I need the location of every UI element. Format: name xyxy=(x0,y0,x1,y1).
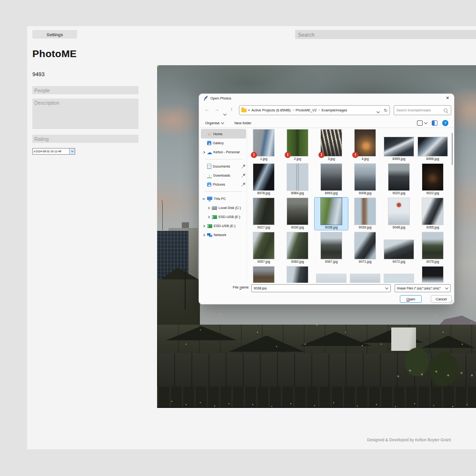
file-item-9072.jpg[interactable]: 9072.jpg xyxy=(382,232,416,264)
file-thumbnail xyxy=(253,267,274,283)
file-thumbnail xyxy=(355,164,376,190)
view-mode-button[interactable] xyxy=(417,120,427,126)
file-thumbnail xyxy=(388,164,409,190)
breadcrumb-segment[interactable]: ExampleImages xyxy=(322,108,347,112)
file-item-partial[interactable] xyxy=(348,266,382,283)
people-field[interactable] xyxy=(32,86,139,94)
file-item-8978.jpg[interactable]: 8978.jpg xyxy=(247,163,280,196)
file-thumbnail xyxy=(253,232,274,259)
open-button[interactable]: Open xyxy=(400,295,422,303)
rating-field[interactable] xyxy=(32,135,139,143)
sidebar-item-downloads[interactable]: ↓Downloads xyxy=(201,171,246,180)
file-item-9067.jpg[interactable]: 9067.jpg xyxy=(315,232,348,264)
address-bar[interactable]: « Active Projects (6.85MB)›PhotoME_V2›Ex… xyxy=(239,105,390,115)
file-thumbnail xyxy=(384,137,414,156)
file-item-partial[interactable] xyxy=(315,266,348,283)
sidebar-item-this-pc[interactable]: This PC xyxy=(201,194,246,203)
new-folder-button[interactable]: New folder xyxy=(234,121,251,125)
file-item-2.jpg[interactable]: !2.jpg xyxy=(281,129,314,161)
description-field[interactable] xyxy=(32,99,139,129)
network-icon xyxy=(207,233,210,236)
sidebar-item-network[interactable]: Network xyxy=(201,230,246,239)
chevron-right-icon[interactable] xyxy=(202,234,206,236)
file-thumbnail xyxy=(321,232,342,259)
onedrive-cloud-icon: ☁ xyxy=(207,150,212,155)
file-thumbnail xyxy=(388,198,409,225)
file-item-partial[interactable] xyxy=(382,266,416,283)
file-item-9060.jpg[interactable]: 9060.jpg xyxy=(281,232,314,264)
dialog-toolbar: Organise New folder ? xyxy=(199,119,454,128)
file-thumbnail xyxy=(321,198,342,225)
breadcrumb-segment[interactable]: PhotoME_V2 xyxy=(296,108,317,112)
select-dropdown-button[interactable] xyxy=(69,149,75,154)
organise-button[interactable]: Organise xyxy=(205,121,224,125)
python-feather-icon xyxy=(204,96,208,101)
sidebar-item-local-disk-c-[interactable]: Local Disk (C:) xyxy=(201,203,246,212)
file-item-partial[interactable] xyxy=(416,266,449,283)
file-item-9020.jpg[interactable]: 9020.jpg xyxy=(382,163,416,196)
chevron-down-icon[interactable] xyxy=(202,198,206,199)
sidebar-item-kelton-personal[interactable]: ☁Kelton - Personal xyxy=(201,148,246,157)
chevron-right-icon[interactable] xyxy=(207,207,210,209)
photo-town xyxy=(157,387,476,408)
file-item-4.jpg[interactable]: !4.jpg xyxy=(348,129,382,161)
file-name-input[interactable] xyxy=(252,286,386,290)
chevron-down-icon xyxy=(221,121,224,124)
date-taken-select[interactable]: b'2024:08:02 20:12:48' xyxy=(32,148,75,155)
refresh-icon[interactable]: ↻ xyxy=(384,108,387,113)
file-item-partial[interactable] xyxy=(281,266,314,283)
file-item-9048.jpg[interactable]: 9048.jpg xyxy=(382,198,416,230)
file-item-1.jpg[interactable]: !1.jpg xyxy=(247,129,280,161)
file-item-8984.jpg[interactable]: 8984.jpg xyxy=(281,163,314,196)
file-item-8955.jpg[interactable]: 8955.jpg xyxy=(382,129,416,161)
chevron-right-icon[interactable] xyxy=(202,151,206,153)
back-icon[interactable]: ← xyxy=(205,107,209,112)
sidebar-item-documents[interactable]: Documents xyxy=(201,162,246,171)
file-item-9038.jpg[interactable]: 9038.jpg xyxy=(315,198,348,230)
file-item-partial[interactable] xyxy=(247,266,280,283)
chevron-right-icon[interactable] xyxy=(202,225,206,227)
sidebar-item-gallery[interactable]: Gallery xyxy=(201,139,246,148)
file-item-3.jpg[interactable]: !3.jpg xyxy=(315,129,348,161)
scrollbar[interactable] xyxy=(452,133,453,165)
cancel-button[interactable]: Cancel xyxy=(431,295,452,303)
sidebar-item-esd-usb-e-[interactable]: ESD-USB (E:) xyxy=(201,221,246,230)
dialog-search-input[interactable] xyxy=(394,108,444,112)
recent-locations-icon[interactable] xyxy=(224,109,226,117)
breadcrumb: Active Projects (6.85MB)›PhotoME_V2›Exam… xyxy=(251,108,377,112)
help-icon[interactable]: ? xyxy=(442,120,448,126)
file-grid: !1.jpg!2.jpg!3.jpg!4.jpg8955.jpg8956.jpg… xyxy=(247,129,450,283)
file-name-text: 9030.jpg xyxy=(291,225,304,230)
breadcrumb-segment[interactable]: Active Projects (6.85MB) xyxy=(251,108,291,112)
address-dropdown-icon[interactable] xyxy=(377,106,379,115)
sidebar-item-pictures[interactable]: Pictures xyxy=(201,180,246,189)
file-name-text: 9039.jpg xyxy=(359,225,372,230)
file-item-9071.jpg[interactable]: 9071.jpg xyxy=(348,232,382,264)
file-item-9055.jpg[interactable]: 9055.jpg xyxy=(416,198,449,230)
preview-pane-icon[interactable] xyxy=(432,120,437,126)
file-item-9022.jpg[interactable]: 9022.jpg xyxy=(416,163,449,196)
dialog-search-box[interactable] xyxy=(394,105,451,115)
file-type-select[interactable]: Image Files (*.jpg;*.jpeg;*.png;* xyxy=(395,284,451,292)
chevron-down-icon xyxy=(445,286,448,289)
photo-antenna-light xyxy=(161,200,163,202)
resize-grip-icon[interactable] xyxy=(449,300,453,304)
forward-icon[interactable]: → xyxy=(214,107,219,112)
file-item-9039.jpg[interactable]: 9039.jpg xyxy=(348,198,382,230)
file-item-9008.jpg[interactable]: 9008.jpg xyxy=(348,163,382,196)
dialog-titlebar[interactable]: Open Photos ✕ xyxy=(199,94,454,102)
file-item-8993.jpg[interactable]: 8993.jpg xyxy=(315,163,348,196)
up-icon[interactable]: ↑ xyxy=(230,107,233,112)
sidebar-item-esd-usb-e-[interactable]: ESD-USB (E:) xyxy=(201,212,246,221)
file-item-9030.jpg[interactable]: 9030.jpg xyxy=(281,198,314,230)
settings-button[interactable]: Settings xyxy=(32,30,77,39)
file-item-9075.jpg[interactable]: 9075.jpg xyxy=(416,232,449,264)
file-item-8956.jpg[interactable]: 8956.jpg xyxy=(416,129,449,161)
sidebar-item-home[interactable]: ⌂Home xyxy=(201,129,246,139)
search-input[interactable] xyxy=(295,30,476,39)
file-name-combo[interactable] xyxy=(251,284,391,292)
file-item-9027.jpg[interactable]: 9027.jpg xyxy=(247,198,280,230)
chevron-right-icon[interactable] xyxy=(207,216,210,218)
file-item-9057.jpg[interactable]: 9057.jpg xyxy=(247,232,280,264)
close-icon[interactable]: ✕ xyxy=(446,95,449,101)
